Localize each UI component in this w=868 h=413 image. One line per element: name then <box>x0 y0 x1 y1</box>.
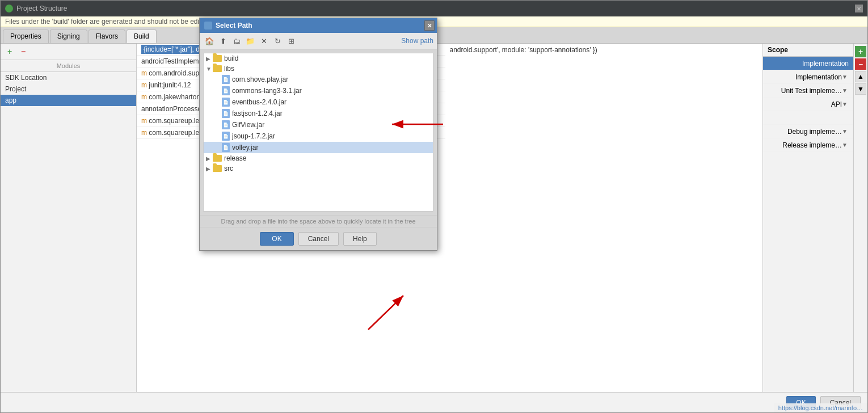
tree-arrow-release <box>206 155 213 162</box>
tree-label-jar-2: eventbus-2.4.0.jar <box>232 98 286 106</box>
tree-item-jar-4[interactable]: 📄 GifView.jar <box>204 119 433 130</box>
tab-signing[interactable]: Signing <box>50 30 87 43</box>
tree-item-jar-2[interactable]: 📄 eventbus-2.4.0.jar <box>204 96 433 108</box>
scope-row-2[interactable]: API ▼ <box>763 98 853 111</box>
title-bar: Project Structure ✕ <box>1 1 867 16</box>
tree-label-release: release <box>224 154 246 162</box>
bottom-bar: OK Cancel <box>1 392 867 412</box>
file-icon-jar-0: 📄 <box>222 75 230 84</box>
url-bar: https://blog.csdn.net/marinfo… <box>774 403 867 412</box>
sidebar-items: SDK Location Project app <box>1 72 136 392</box>
up-button[interactable]: ⬆ <box>217 35 229 47</box>
tree-label-jar-0: com.shove.play.jar <box>232 75 288 83</box>
tree-item-volley[interactable]: 📄 volley.jar <box>204 142 433 153</box>
tree-label-jar-3: fastjson-1.2.4.jar <box>232 109 283 117</box>
folder-icon-src <box>213 165 222 172</box>
tree-item-jar-3[interactable]: 📄 fastjson-1.2.4.jar <box>204 108 433 119</box>
tree-item-src[interactable]: src <box>204 163 433 174</box>
dependency-detail: android.support', module: 'support-annot… <box>445 44 763 392</box>
new-folder-button[interactable]: 📁 <box>244 35 256 47</box>
refresh-button[interactable]: ↻ <box>271 35 284 47</box>
sidebar-toolbar: + − <box>1 44 136 60</box>
remove-dependency-button[interactable]: − <box>855 58 866 70</box>
dialog-buttons: OK Cancel Help <box>200 227 437 250</box>
tree-item-jar-1[interactable]: 📄 commons-lang3-3.1.jar <box>204 85 433 96</box>
file-icon-jar-3: 📄 <box>222 109 230 118</box>
window-icon <box>5 5 13 12</box>
dialog-icon <box>204 22 212 30</box>
folder-icon-libs <box>213 65 222 72</box>
tree-label-jar-1: commons-lang3-3.1.jar <box>232 87 302 95</box>
tree-label-libs: libs <box>224 65 234 73</box>
tab-properties[interactable]: Properties <box>3 30 49 43</box>
scope-row-5[interactable]: Release impleme… ▼ <box>763 138 853 152</box>
tree-arrow-libs <box>206 66 213 72</box>
folder-icon-release <box>213 155 222 162</box>
tree-item-libs[interactable]: libs <box>204 64 433 74</box>
home-button[interactable]: 🏠 <box>203 35 216 47</box>
grid-view-button[interactable]: ⊞ <box>285 35 297 47</box>
select-path-dialog: Select Path ✕ 🏠 ⬆ 🗂 📁 ✕ ↻ ⊞ Show path bu… <box>199 18 437 251</box>
tree-label-build: build <box>224 54 238 62</box>
show-path-button[interactable]: Show path <box>401 37 433 45</box>
dialog-hint: Drag and drop a file into the space abov… <box>200 215 437 227</box>
window-title: Project Structure <box>16 5 67 12</box>
scope-column: Scope Implementation Implementation ▼ Un… <box>762 44 853 392</box>
remove-module-button[interactable]: − <box>18 46 29 57</box>
dialog-tree: build libs 📄 com.shove.play.jar 📄 common… <box>203 53 433 212</box>
tree-arrow-build <box>206 56 213 62</box>
scope-row-3 <box>763 111 853 125</box>
file-icon-jar-5: 📄 <box>222 132 230 141</box>
window-close-button[interactable]: ✕ <box>855 5 863 12</box>
move-down-button[interactable]: ▼ <box>855 83 866 95</box>
tree-item-jar-5[interactable]: 📄 jsoup-1.7.2.jar <box>204 130 433 142</box>
scope-row-implementation-header: Implementation <box>763 57 853 70</box>
tree-label-volley: volley.jar <box>232 144 258 151</box>
dialog-title: Select Path <box>216 22 252 30</box>
dialog-close-button[interactable]: ✕ <box>424 20 435 31</box>
tree-item-jar-0[interactable]: 📄 com.shove.play.jar <box>204 74 433 85</box>
delete-button[interactable]: ✕ <box>258 35 270 47</box>
dialog-title-bar: Select Path ✕ <box>200 18 437 33</box>
tree-item-build[interactable]: build <box>204 53 433 64</box>
tree-label-jar-4: GifView.jar <box>232 121 264 129</box>
dialog-ok-button[interactable]: OK <box>260 232 293 246</box>
sidebar: + − Modules SDK Location Project app <box>1 44 137 392</box>
folder-icon-build <box>213 55 222 62</box>
tree-label-jar-5: jsoup-1.7.2.jar <box>232 132 275 140</box>
modules-section-label: Modules <box>1 60 136 72</box>
sidebar-item-sdk-location[interactable]: SDK Location <box>1 72 136 83</box>
sidebar-item-app[interactable]: app <box>1 95 136 106</box>
side-action-buttons: + − ▲ ▼ <box>853 44 867 392</box>
add-module-button[interactable]: + <box>4 46 15 57</box>
scope-header: Scope <box>763 44 853 57</box>
file-icon-volley: 📄 <box>222 143 230 152</box>
tab-build[interactable]: Build <box>127 30 157 43</box>
scope-row-0[interactable]: Implementation ▼ <box>763 70 853 84</box>
scope-row-4[interactable]: Debug impleme… ▼ <box>763 125 853 138</box>
tree-label-src: src <box>224 165 233 172</box>
sidebar-item-project[interactable]: Project <box>1 83 136 95</box>
add-dependency-button[interactable]: + <box>855 46 866 57</box>
tab-flavors[interactable]: Flavors <box>89 30 125 43</box>
file-icon-jar-2: 📄 <box>222 98 230 107</box>
dialog-help-button[interactable]: Help <box>343 232 377 246</box>
file-icon-jar-1: 📄 <box>222 86 230 95</box>
main-window: Project Structure ✕ Files under the 'bui… <box>0 0 868 413</box>
scope-row-1[interactable]: Unit Test impleme… ▼ <box>763 84 853 98</box>
tree-arrow-src <box>206 166 213 172</box>
move-up-button[interactable]: ▲ <box>855 71 866 82</box>
dialog-toolbar: 🏠 ⬆ 🗂 📁 ✕ ↻ ⊞ Show path <box>200 33 437 49</box>
tree-item-release[interactable]: release <box>204 153 433 163</box>
desktop-button[interactable]: 🗂 <box>230 35 243 47</box>
file-icon-jar-4: 📄 <box>222 120 230 129</box>
dialog-cancel-button[interactable]: Cancel <box>298 232 339 246</box>
